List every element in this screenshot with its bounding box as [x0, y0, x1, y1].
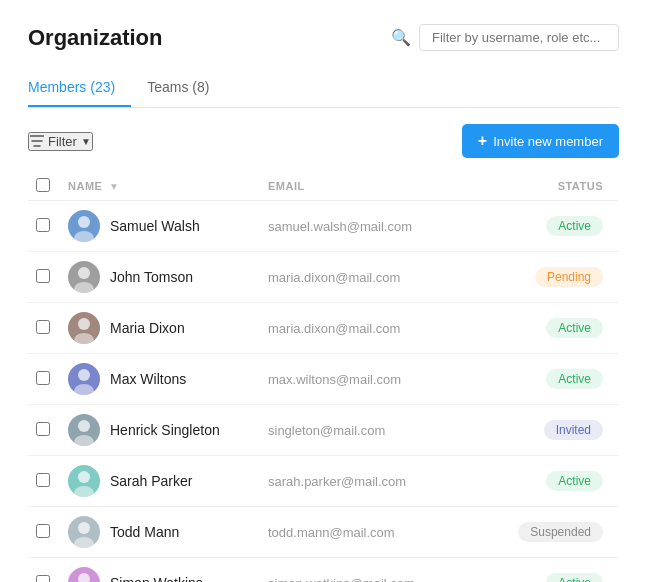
row-checkbox[interactable]: [36, 218, 50, 232]
row-checkbox[interactable]: [36, 371, 50, 385]
row-email-cell: max.wiltons@mail.com: [260, 354, 499, 405]
svg-point-10: [78, 471, 90, 483]
avatar: [68, 516, 100, 548]
svg-point-9: [74, 435, 94, 446]
svg-point-1: [74, 231, 94, 242]
table-row: Sarah Parker sarah.parker@mail.com Activ…: [28, 456, 619, 507]
table-row: John Tomson maria.dixon@mail.com Pending: [28, 252, 619, 303]
filter-label: Filter: [48, 134, 77, 149]
invite-label: Invite new member: [493, 134, 603, 149]
avatar-image: [68, 414, 100, 446]
search-input[interactable]: [419, 24, 619, 51]
member-name: Todd Mann: [110, 524, 179, 540]
status-badge: Active: [546, 369, 603, 389]
avatar: [68, 465, 100, 497]
avatar-image: [68, 516, 100, 548]
row-name-cell: Henrick Singleton: [60, 405, 260, 456]
avatar-image: [68, 567, 100, 582]
status-badge: Invited: [544, 420, 603, 440]
tabs: Members (23)Teams (8): [28, 71, 619, 108]
row-status-cell: Invited: [499, 405, 619, 456]
header: Organization 🔍: [28, 24, 619, 51]
avatar: [68, 567, 100, 582]
row-email-cell: maria.dixon@mail.com: [260, 252, 499, 303]
page: Organization 🔍 Members (23)Teams (8) Fil…: [0, 0, 647, 582]
table-row: Max Wiltons max.wiltons@mail.com Active: [28, 354, 619, 405]
avatar-image: [68, 261, 100, 293]
avatar-image: [68, 465, 100, 497]
table-row: Henrick Singleton singleton@mail.com Inv…: [28, 405, 619, 456]
status-badge: Active: [546, 216, 603, 236]
avatar-image: [68, 312, 100, 344]
row-status-cell: Pending: [499, 252, 619, 303]
row-check-cell: [28, 303, 60, 354]
avatar: [68, 312, 100, 344]
row-email-cell: maria.dixon@mail.com: [260, 303, 499, 354]
member-name: Samuel Walsh: [110, 218, 200, 234]
svg-point-7: [74, 384, 94, 395]
table-row: Simon Watkins simon.watkins@mail.com Act…: [28, 558, 619, 583]
tab-members[interactable]: Members (23): [28, 71, 131, 107]
row-status-cell: Active: [499, 201, 619, 252]
row-email-cell: singleton@mail.com: [260, 405, 499, 456]
table-row: Samuel Walsh samuel.walsh@mail.com Activ…: [28, 201, 619, 252]
svg-point-3: [74, 282, 94, 293]
member-name: Sarah Parker: [110, 473, 192, 489]
svg-point-14: [78, 573, 90, 582]
svg-point-12: [78, 522, 90, 534]
avatar-image: [68, 363, 100, 395]
name-sort-icon: ▼: [109, 181, 119, 192]
member-name: John Tomson: [110, 269, 193, 285]
status-badge: Active: [546, 573, 603, 582]
row-check-cell: [28, 405, 60, 456]
search-icon[interactable]: 🔍: [391, 28, 411, 47]
row-checkbox[interactable]: [36, 320, 50, 334]
avatar: [68, 261, 100, 293]
status-badge: Suspended: [518, 522, 603, 542]
filter-button[interactable]: Filter ▼: [28, 132, 93, 151]
row-email-cell: sarah.parker@mail.com: [260, 456, 499, 507]
svg-point-6: [78, 369, 90, 381]
row-status-cell: Suspended: [499, 507, 619, 558]
status-badge: Active: [546, 318, 603, 338]
row-checkbox[interactable]: [36, 575, 50, 583]
row-status-cell: Active: [499, 456, 619, 507]
filter-chevron-icon: ▼: [81, 136, 91, 147]
row-checkbox[interactable]: [36, 524, 50, 538]
row-check-cell: [28, 456, 60, 507]
table-row: Todd Mann todd.mann@mail.com Suspended: [28, 507, 619, 558]
plus-icon: +: [478, 132, 487, 150]
filter-icon: [30, 135, 44, 147]
row-email-cell: todd.mann@mail.com: [260, 507, 499, 558]
header-status: STATUS: [499, 172, 619, 201]
row-status-cell: Active: [499, 303, 619, 354]
member-name: Simon Watkins: [110, 575, 203, 582]
row-checkbox[interactable]: [36, 422, 50, 436]
search-area: 🔍: [391, 24, 619, 51]
row-name-cell: Simon Watkins: [60, 558, 260, 583]
row-check-cell: [28, 507, 60, 558]
row-checkbox[interactable]: [36, 269, 50, 283]
header-check: [28, 172, 60, 201]
invite-button[interactable]: + Invite new member: [462, 124, 619, 158]
row-checkbox[interactable]: [36, 473, 50, 487]
header-name[interactable]: NAME ▼: [60, 172, 260, 201]
tab-teams[interactable]: Teams (8): [147, 71, 225, 107]
row-check-cell: [28, 252, 60, 303]
select-all-checkbox[interactable]: [36, 178, 50, 192]
row-name-cell: Sarah Parker: [60, 456, 260, 507]
status-badge: Pending: [535, 267, 603, 287]
member-name: Max Wiltons: [110, 371, 186, 387]
status-badge: Active: [546, 471, 603, 491]
table-header-row: NAME ▼ EMAIL STATUS: [28, 172, 619, 201]
row-name-cell: Samuel Walsh: [60, 201, 260, 252]
row-name-cell: John Tomson: [60, 252, 260, 303]
page-title: Organization: [28, 25, 162, 51]
svg-point-2: [78, 267, 90, 279]
row-email-cell: samuel.walsh@mail.com: [260, 201, 499, 252]
row-check-cell: [28, 201, 60, 252]
svg-point-13: [74, 537, 94, 548]
svg-point-11: [74, 486, 94, 497]
toolbar: Filter ▼ + Invite new member: [28, 124, 619, 158]
members-table: NAME ▼ EMAIL STATUS: [28, 172, 619, 582]
